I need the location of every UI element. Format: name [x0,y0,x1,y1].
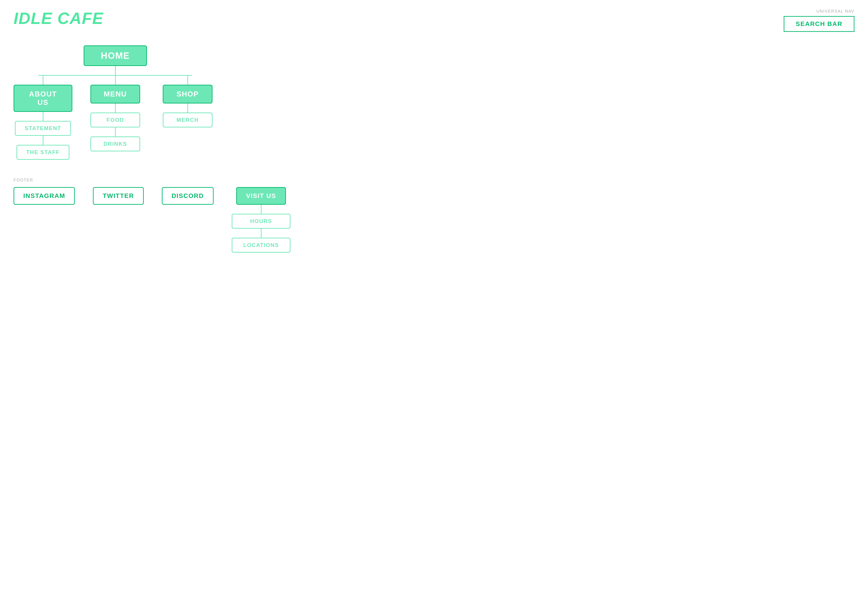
hours-node[interactable]: HOURS [232,214,290,229]
about-us-node[interactable]: ABOUT US [14,85,72,112]
search-bar-button[interactable]: SEARCH BAR [784,16,854,32]
header: IDLE CAFE UNIVERSAL NAV SEARCH BAR [14,9,854,32]
footer-items-row: INSTAGRAM TWITTER DISCORD VISIT US HOURS… [14,187,854,253]
hours-to-locations-connector [261,229,261,238]
home-node[interactable]: HOME [84,46,147,66]
logo: IDLE CAFE [14,9,104,27]
about-us-column: ABOUT US STATEMENT THE STAFF [14,76,72,160]
about-us-v-connector [43,76,43,85]
instagram-button[interactable]: INSTAGRAM [14,187,75,205]
merch-node[interactable]: MERCH [163,113,212,127]
visit-us-column: VISIT US HOURS LOCATIONS [232,187,290,253]
locations-node[interactable]: LOCATIONS [232,238,290,253]
twitter-button[interactable]: TWITTER [93,187,144,205]
menu-column: MENU FOOD DRINKS [86,76,145,160]
footer-label: FOOTER [14,178,854,183]
shop-to-children-connector [187,104,188,113]
universal-nav-label: UNIVERSAL NAV [784,9,854,14]
menu-to-children-connector [115,104,116,113]
level2-row: ABOUT US STATEMENT THE STAFF MENU FOOD D… [14,76,217,160]
shop-node[interactable]: SHOP [163,85,212,104]
food-to-drinks-connector [115,127,116,136]
the-staff-node[interactable]: THE STAFF [17,145,69,160]
menu-v-connector [115,76,116,85]
home-to-level2-connector [115,66,116,75]
food-node[interactable]: FOOD [90,113,140,127]
footer-section: FOOTER INSTAGRAM TWITTER DISCORD VISIT U… [14,178,854,253]
drinks-node[interactable]: DRINKS [90,136,140,151]
visit-us-node[interactable]: VISIT US [236,187,286,205]
sitemap: HOME ABOUT US STATEMENT THE STAFF MENU F… [14,46,217,160]
nav-area: UNIVERSAL NAV SEARCH BAR [784,9,854,32]
visit-us-to-hours-connector [261,205,261,214]
discord-button[interactable]: DISCORD [162,187,214,205]
statement-to-staff-connector [43,136,43,145]
statement-node[interactable]: STATEMENT [15,121,71,136]
shop-column: SHOP MERCH [158,76,217,160]
menu-node[interactable]: MENU [90,85,140,104]
shop-v-connector [187,76,188,85]
home-row: HOME [84,46,147,66]
about-us-to-children-connector [43,112,43,121]
